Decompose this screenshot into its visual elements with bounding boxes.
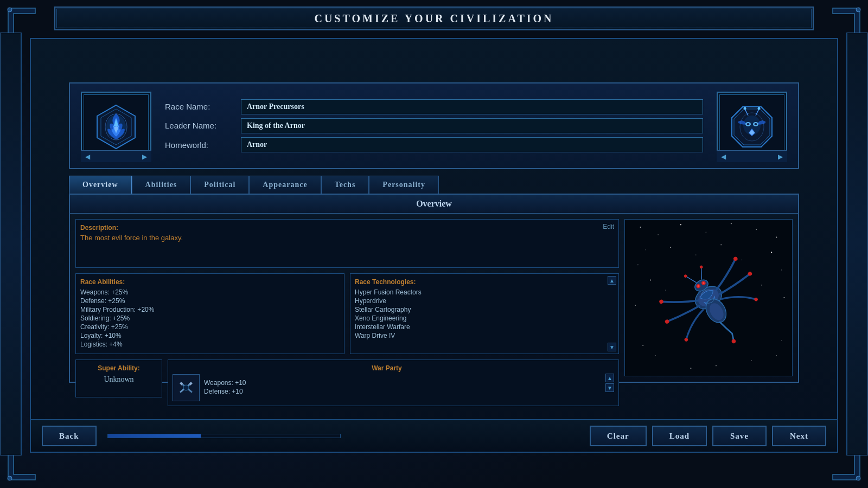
ship-display xyxy=(624,219,793,376)
svg-point-14 xyxy=(744,107,746,110)
svg-point-27 xyxy=(640,227,641,228)
svg-point-3 xyxy=(856,476,860,480)
title-bar: CUSTOMIZE YOUR CIVILIZATION xyxy=(54,7,814,30)
edit-description-btn[interactable]: Edit xyxy=(603,223,614,230)
overview-title-bar: Overview xyxy=(70,195,798,214)
load-button[interactable]: Load xyxy=(652,426,707,446)
svg-point-33 xyxy=(776,237,777,238)
leader-icon-next-btn[interactable]: ▶ xyxy=(776,153,785,160)
war-party-title: War Party xyxy=(173,364,601,372)
race-icon-nav: ◀ ▶ xyxy=(81,150,151,162)
svg-point-25 xyxy=(183,385,189,390)
svg-point-8 xyxy=(105,114,127,140)
svg-point-6 xyxy=(106,115,126,139)
race-icon-prev-btn[interactable]: ◀ xyxy=(83,153,92,160)
svg-point-37 xyxy=(771,252,772,253)
tech-scroll-up-btn[interactable]: ▲ xyxy=(608,276,616,285)
content-area: ◀ ▶ Race Name: Leader Name: Homeworld: xyxy=(69,82,799,411)
ability-5: Creativity: +25% xyxy=(80,323,340,331)
leader-icon-nav: ◀ ▶ xyxy=(717,150,787,162)
tech-4: Xeno Engineering xyxy=(355,314,603,322)
svg-point-47 xyxy=(716,365,717,366)
svg-point-38 xyxy=(637,265,638,265)
tab-abilities[interactable]: Abilities xyxy=(132,176,191,194)
svg-point-39 xyxy=(781,269,782,270)
stats-row: Race Abilities: Weapons: +25% Defense: +… xyxy=(75,273,619,354)
tab-techs[interactable]: Techs xyxy=(321,176,369,194)
tech-2: Hyperdrive xyxy=(355,297,603,305)
svg-point-15 xyxy=(758,107,761,110)
svg-point-49 xyxy=(655,355,656,356)
svg-point-30 xyxy=(706,232,706,233)
svg-point-31 xyxy=(731,223,732,224)
race-abilities-col: Race Abilities: Weapons: +25% Defense: +… xyxy=(75,273,344,354)
svg-marker-9 xyxy=(732,107,772,147)
tab-political[interactable]: Political xyxy=(190,176,249,194)
tech-1: Hyper Fusion Reactors xyxy=(355,288,603,296)
back-button[interactable]: Back xyxy=(42,426,97,446)
super-ability-label: Super Ability: xyxy=(80,364,157,372)
tab-appearance[interactable]: Appearance xyxy=(249,176,321,194)
race-abilities-label: Race Abilities: xyxy=(80,278,340,286)
svg-point-1 xyxy=(856,8,860,12)
svg-point-45 xyxy=(783,297,784,298)
svg-point-44 xyxy=(665,290,666,290)
right-side-decoration xyxy=(846,33,868,455)
svg-point-42 xyxy=(720,245,722,246)
race-technologies-col: Race Technologies: Hyper Fusion Reactors… xyxy=(350,273,619,354)
ability-3: Military Production: +20% xyxy=(80,306,340,313)
identity-section: ◀ ▶ Race Name: Leader Name: Homeworld: xyxy=(69,82,799,169)
main-panel: ◀ ▶ Race Name: Leader Name: Homeworld: xyxy=(30,38,838,453)
war-party-stats: Weapons: +10 Defense: +10 xyxy=(204,379,601,396)
race-icon-box: ◀ ▶ xyxy=(81,92,151,162)
leader-name-input[interactable] xyxy=(241,118,703,133)
homeworld-row: Homeworld: xyxy=(165,137,703,152)
bottom-bar: Back Clear Load Save Next xyxy=(31,419,837,452)
homeworld-label: Homeworld: xyxy=(165,140,235,150)
clear-button[interactable]: Clear xyxy=(590,426,647,446)
tech-scroll-down-btn[interactable]: ▼ xyxy=(608,343,616,351)
homeworld-input[interactable] xyxy=(241,137,703,152)
svg-point-53 xyxy=(781,340,782,341)
svg-point-2 xyxy=(8,476,12,480)
svg-point-46 xyxy=(635,305,636,305)
tab-personality[interactable]: Personality xyxy=(369,176,439,194)
description-section: Description: The most evil force in the … xyxy=(75,219,619,268)
tech-3: Stellar Cartography xyxy=(355,306,603,313)
tab-overview[interactable]: Overview xyxy=(69,176,132,194)
svg-point-51 xyxy=(776,355,777,356)
bottom-stats-row: Super Ability: Unknown War Party xyxy=(75,359,619,403)
race-technologies-label: Race Technologies: xyxy=(355,278,614,286)
war-party-stat-1: Weapons: +10 xyxy=(204,379,601,387)
overview-panel: Overview Description: The most evil forc… xyxy=(69,194,799,383)
leader-icon-prev-btn[interactable]: ◀ xyxy=(719,153,728,160)
svg-point-36 xyxy=(695,254,696,255)
race-name-input[interactable] xyxy=(241,99,703,114)
race-name-row: Race Name: xyxy=(165,99,703,114)
svg-point-19 xyxy=(755,123,757,125)
svg-point-29 xyxy=(680,224,681,225)
ability-2: Defense: +25% xyxy=(80,297,340,305)
ship-svg xyxy=(625,220,792,376)
svg-point-48 xyxy=(751,360,751,361)
save-button[interactable]: Save xyxy=(712,426,767,446)
svg-marker-10 xyxy=(734,109,770,145)
page-title: CUSTOMIZE YOUR CIVILIZATION xyxy=(314,12,553,25)
fields-area: Race Name: Leader Name: Homeworld: xyxy=(151,92,717,160)
description-text: The most evil force in the galaxy. xyxy=(80,234,614,242)
ability-7: Logistics: +4% xyxy=(80,341,340,348)
svg-line-13 xyxy=(756,109,759,115)
war-party-scroll-up-btn[interactable]: ▲ xyxy=(605,374,614,382)
left-side-decoration xyxy=(0,33,22,455)
next-button[interactable]: Next xyxy=(772,426,826,446)
ability-4: Soldiering: +25% xyxy=(80,314,340,322)
svg-point-22 xyxy=(740,113,764,141)
leader-name-label: Leader Name: xyxy=(165,121,235,130)
svg-point-43 xyxy=(741,260,742,260)
svg-marker-20 xyxy=(749,129,755,136)
svg-point-40 xyxy=(650,280,651,281)
race-icon-next-btn[interactable]: ▶ xyxy=(140,153,149,160)
war-party-content: War Party xyxy=(173,364,601,401)
svg-point-50 xyxy=(691,368,692,369)
war-party-scroll-down-btn[interactable]: ▼ xyxy=(605,383,614,392)
